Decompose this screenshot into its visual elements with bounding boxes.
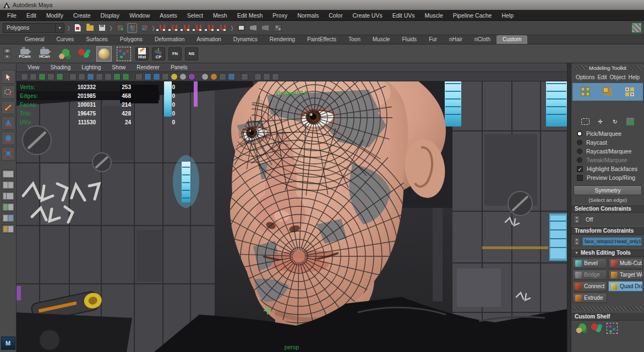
- 2d-pan-zoom-icon[interactable]: [96, 73, 103, 80]
- snap-view-plane-icon[interactable]: [206, 23, 216, 33]
- menu-set-selector[interactable]: Polygons ▼: [3, 23, 64, 33]
- bevel-button[interactable]: Bevel: [572, 258, 607, 268]
- select-tool-icon[interactable]: [1, 70, 15, 84]
- layout-hypershade-icon[interactable]: [2, 224, 15, 234]
- mtk-menu-options[interactable]: Options: [576, 74, 594, 80]
- scene-save-icon[interactable]: [97, 23, 107, 33]
- safe-action-icon[interactable]: [153, 73, 160, 80]
- layout-single-pane-icon[interactable]: [2, 169, 15, 179]
- tumble-tool-icon[interactable]: ↻: [610, 117, 620, 127]
- selection-set-icon[interactable]: [607, 323, 618, 334]
- transform-constraint-value[interactable]: face_retopo2:Head_only1:Me: [582, 237, 642, 246]
- quad-draw-button[interactable]: Quad Draw: [608, 281, 643, 292]
- group-separator[interactable]: ❭: [67, 23, 70, 33]
- shelf-item-cp[interactable]: CP: [152, 47, 165, 61]
- mtk-menu-help[interactable]: Help: [628, 74, 640, 80]
- symmetry-button[interactable]: Symmetry: [574, 185, 642, 195]
- sculpt-tool-icon[interactable]: [576, 323, 587, 333]
- shelf-tab-fluids[interactable]: Fluids: [396, 35, 423, 44]
- film-gate-icon[interactable]: [113, 73, 121, 80]
- gate-mask-icon[interactable]: [135, 73, 143, 80]
- raycast-option[interactable]: Raycast: [571, 138, 644, 147]
- shelf-tab-surfaces[interactable]: Surfaces: [80, 35, 113, 44]
- vp-menu-show[interactable]: Show: [106, 64, 131, 70]
- extrude-button[interactable]: Extrude: [572, 293, 607, 303]
- paint-select-tool-icon[interactable]: [1, 101, 15, 114]
- menu-edit-mesh[interactable]: Edit Mesh: [232, 12, 268, 19]
- shelf-tab-custom[interactable]: Custom: [496, 35, 527, 44]
- viewport-icon[interactable]: [47, 73, 54, 80]
- menu-muscle[interactable]: Muscle: [420, 12, 448, 19]
- menu-edit-uvs[interactable]: Edit UVs: [388, 12, 420, 19]
- snap-point-icon[interactable]: [182, 23, 192, 33]
- selection-constraints-header[interactable]: Selection Constraints: [571, 204, 644, 213]
- target-weld-button[interactable]: Target Weld: [608, 270, 643, 280]
- menu-normals[interactable]: Normals: [292, 12, 324, 19]
- face-mode-icon[interactable]: [623, 85, 637, 99]
- shelf-item-hcam[interactable]: HCan: [36, 46, 53, 62]
- shelf-item-tool-a[interactable]: [56, 46, 73, 62]
- select-component-icon[interactable]: [139, 23, 149, 33]
- shelf-tab-animation[interactable]: Animation: [190, 35, 227, 44]
- menu-window[interactable]: Window: [124, 12, 155, 19]
- render-settings-icon[interactable]: [272, 23, 282, 33]
- xray-icon[interactable]: [254, 73, 261, 80]
- drag-handle[interactable]: [573, 65, 587, 70]
- shelf-tab-polygons[interactable]: Polygons: [114, 35, 149, 44]
- scene-new-icon[interactable]: [73, 23, 83, 33]
- viewport-icon[interactable]: [56, 73, 63, 80]
- shelf-tab-deformation[interactable]: Deformation: [149, 35, 190, 44]
- select-hierarchy-icon[interactable]: [115, 23, 125, 33]
- shadows-icon[interactable]: [210, 73, 217, 80]
- menu-create[interactable]: Create: [68, 12, 96, 19]
- stepper-icon[interactable]: ▲▼: [574, 215, 580, 224]
- layout-two-pane-stacked-icon[interactable]: [2, 202, 15, 212]
- mtk-menu-object[interactable]: Object: [610, 74, 626, 80]
- menu-color[interactable]: Color: [324, 12, 347, 19]
- field-chart-icon[interactable]: [144, 73, 151, 80]
- multi-cut-button[interactable]: Multi-Cut: [608, 258, 643, 268]
- group-separator[interactable]: ❭: [109, 23, 113, 33]
- move-tool-icon[interactable]: [1, 116, 15, 130]
- shelf-tab-fur[interactable]: Fur: [423, 35, 443, 44]
- menu-assets[interactable]: Assets: [155, 12, 182, 19]
- highlight-backfaces-checkbox[interactable]: ✓Highlight Backfaces: [571, 164, 644, 173]
- shelf-item-fn[interactable]: FN: [168, 47, 182, 61]
- scene-open-icon[interactable]: [85, 23, 95, 33]
- exposure-icon[interactable]: [272, 73, 279, 80]
- maya-logo-icon[interactable]: M: [1, 337, 15, 350]
- mtk-menu-edit[interactable]: Edit: [597, 74, 607, 80]
- rotate-tool-icon[interactable]: [1, 131, 15, 145]
- menu-mesh[interactable]: Mesh: [208, 12, 232, 19]
- stepper-icon[interactable]: ▲▼: [574, 237, 580, 246]
- paint-tool-icon[interactable]: [591, 323, 602, 333]
- preview-loop-ring-checkbox[interactable]: Preview Loop/Ring: [571, 173, 644, 182]
- layout-two-pane-side-icon[interactable]: [2, 191, 15, 201]
- menu-help[interactable]: Help: [496, 12, 519, 19]
- camera-attrs-icon[interactable]: [69, 73, 77, 80]
- shelf-tab-nhair[interactable]: nHair: [443, 35, 468, 44]
- textured-icon[interactable]: [188, 73, 195, 80]
- menu-proxy[interactable]: Proxy: [268, 12, 292, 19]
- vp-menu-shading[interactable]: Shading: [45, 64, 77, 70]
- shelf-tab-curves[interactable]: Curves: [51, 35, 80, 44]
- wireframe-icon[interactable]: [171, 73, 178, 80]
- vp-menu-panels[interactable]: Panels: [165, 64, 193, 70]
- custom-shelf-header[interactable]: Custom Shelf: [571, 312, 644, 321]
- title-bar[interactable]: Autodesk Maya: [0, 0, 644, 10]
- mesh-editing-tools-header[interactable]: ▼Mesh Editing Tools: [571, 248, 644, 257]
- menu-file[interactable]: File: [2, 12, 21, 19]
- resolution-gate-icon[interactable]: [122, 73, 129, 80]
- panel-gutter[interactable]: [567, 63, 571, 352]
- xray-joints-icon[interactable]: [263, 73, 270, 80]
- drag-handle[interactable]: [629, 65, 642, 70]
- selection-constraint-value[interactable]: Off: [582, 215, 642, 224]
- shelf-item-pcam[interactable]: PCam: [17, 46, 33, 62]
- snap-projected-center-icon[interactable]: [194, 23, 204, 33]
- viewport-icon[interactable]: [39, 73, 46, 80]
- snap-grid-icon[interactable]: [157, 23, 167, 33]
- render-view-icon[interactable]: [236, 23, 246, 33]
- lasso-tool-icon[interactable]: [1, 85, 15, 99]
- shelf-item-hist[interactable]: Hist: [135, 47, 149, 61]
- make-live-icon[interactable]: [218, 23, 228, 33]
